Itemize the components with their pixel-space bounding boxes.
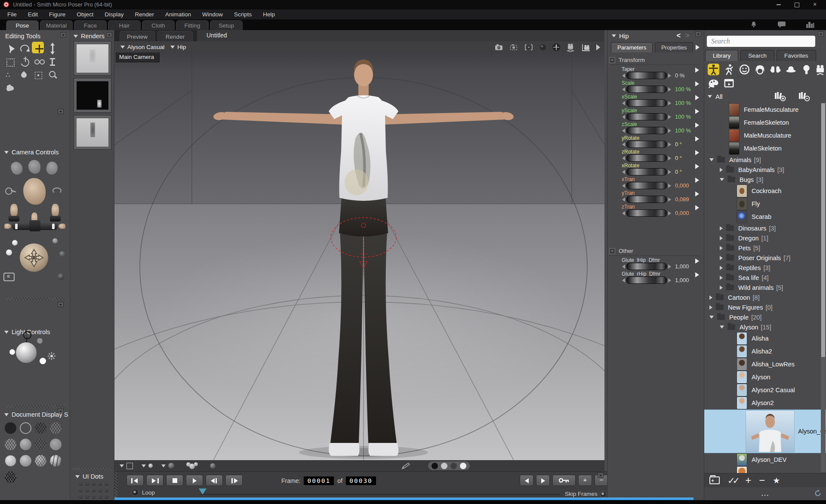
camera-dot-icon[interactable] xyxy=(52,238,58,243)
library-tree-row[interactable]: Alisha xyxy=(704,332,826,345)
camera-hand-left-icon[interactable] xyxy=(9,160,24,176)
shadow-color-swatch[interactable] xyxy=(450,463,457,469)
smooth-outlined-style-icon[interactable] xyxy=(3,452,18,469)
library-tree-row[interactable]: MaleMusculature xyxy=(704,129,826,142)
grouping-tool-icon[interactable] xyxy=(3,82,18,95)
dropdown-triangle-icon[interactable] xyxy=(120,464,124,467)
current-frame-field[interactable]: 00001 xyxy=(304,476,334,485)
lit-wireframe-style-icon[interactable] xyxy=(48,420,63,436)
dial-value[interactable]: 100 % xyxy=(675,100,697,106)
edit-keyframes-button[interactable] xyxy=(552,475,576,486)
menu-item[interactable]: Object xyxy=(71,11,99,18)
library-scrollbar[interactable] xyxy=(821,103,826,472)
menu-item[interactable]: Window xyxy=(197,11,228,18)
scale-tool-icon[interactable] xyxy=(3,55,18,68)
library-tree-row[interactable]: Reptiles [3] xyxy=(704,263,826,273)
light-dot-icon[interactable] xyxy=(37,338,43,344)
add-keyframe-button[interactable]: + xyxy=(578,475,592,486)
room-tab[interactable]: Material xyxy=(40,20,73,30)
panel-divider[interactable] xyxy=(73,468,111,470)
library-tree-row[interactable]: Alisha2 xyxy=(704,345,826,358)
library-tab[interactable]: Favorites xyxy=(777,50,816,61)
document-tab[interactable]: Untitled xyxy=(197,30,604,41)
room-tab[interactable]: Setup xyxy=(210,20,243,30)
parameter-dial[interactable] xyxy=(626,209,667,217)
light-dot-icon[interactable] xyxy=(40,358,46,364)
menu-item[interactable]: Animation xyxy=(160,11,197,18)
dial-increment-arrow[interactable] xyxy=(668,142,671,147)
dial-value[interactable]: 100 % xyxy=(675,127,697,134)
library-tree-row[interactable]: Dregon [1] xyxy=(704,233,826,243)
dial-increment-arrow[interactable] xyxy=(668,115,671,119)
dial-decrement-arrow[interactable] xyxy=(622,115,625,119)
library-root-header[interactable]: All xyxy=(708,93,723,100)
dial-menu-arrow-icon[interactable] xyxy=(695,123,699,128)
dial-menu-arrow-icon[interactable] xyxy=(695,272,699,277)
editing-tools-menu-button[interactable] xyxy=(60,32,66,37)
room-tab[interactable]: Face xyxy=(74,20,107,30)
favorites-star-icon[interactable]: ★ xyxy=(773,476,780,485)
dial-increment-arrow[interactable] xyxy=(668,156,671,160)
dial-increment-arrow[interactable] xyxy=(668,170,671,174)
parameter-dial[interactable] xyxy=(626,196,667,203)
library-tree-row[interactable]: New Figures [0] xyxy=(704,302,826,312)
dial-increment-arrow[interactable] xyxy=(668,74,671,78)
dial-value[interactable]: 1,000 xyxy=(675,277,697,283)
dial-decrement-arrow[interactable] xyxy=(622,129,625,133)
search-icon[interactable] xyxy=(816,38,823,44)
twist-tool-icon[interactable] xyxy=(18,55,32,68)
library-tree-row[interactable]: MaleSkeleton xyxy=(704,142,826,155)
taper-tool-icon[interactable] xyxy=(46,55,60,68)
stop-button[interactable] xyxy=(166,475,183,486)
dial-decrement-arrow[interactable] xyxy=(622,211,625,215)
dial-menu-arrow-icon[interactable] xyxy=(695,205,699,210)
collapse-box-icon[interactable]: − xyxy=(609,248,615,254)
camera-controls-header[interactable]: Camera Controls xyxy=(4,149,59,156)
dial-value[interactable]: 0,000 xyxy=(675,182,697,189)
menu-item[interactable]: Render xyxy=(129,11,160,18)
add-folder-icon[interactable] xyxy=(709,476,720,484)
library-tree-row[interactable]: Scarab xyxy=(704,210,826,223)
dial-decrement-arrow[interactable] xyxy=(622,87,625,92)
library-tree-row[interactable]: Animals [9] xyxy=(704,155,826,165)
remove-library-icon[interactable] xyxy=(798,91,811,101)
smooth-shaded-style-icon[interactable] xyxy=(18,452,33,469)
hemisphere-figure-icon[interactable] xyxy=(552,43,561,52)
lights-category-icon[interactable] xyxy=(801,64,812,75)
tree-twisty-icon[interactable] xyxy=(720,226,723,230)
tree-twisty-icon[interactable] xyxy=(709,158,714,161)
dial-increment-arrow[interactable] xyxy=(668,197,671,202)
library-tree-row[interactable]: BabyAnimals [3] xyxy=(704,165,826,175)
dial-increment-arrow[interactable] xyxy=(668,101,671,105)
direct-manipulation-tool-icon[interactable] xyxy=(32,69,46,82)
step-back-button[interactable] xyxy=(206,475,223,486)
scrollbar-thumb[interactable] xyxy=(821,103,825,357)
transform-group-header[interactable]: − Transform xyxy=(609,57,700,65)
step-forward-button[interactable] xyxy=(225,475,243,486)
dial-menu-arrow-icon[interactable] xyxy=(695,191,699,197)
menu-item[interactable]: Figure xyxy=(43,11,71,18)
parameter-dial[interactable] xyxy=(626,168,667,175)
animation-menu-button[interactable] xyxy=(598,473,604,478)
dial-value[interactable]: 0 ° xyxy=(675,169,697,175)
library-tree-row[interactable]: Poser Originals [7] xyxy=(704,253,826,263)
search-input[interactable] xyxy=(707,36,815,47)
ui-dot[interactable] xyxy=(85,495,89,499)
dial-decrement-arrow[interactable] xyxy=(622,184,625,188)
dial-decrement-arrow[interactable] xyxy=(622,156,625,160)
dial-value[interactable]: 0 ° xyxy=(675,141,697,148)
library-tree-row[interactable]: People [20] xyxy=(704,312,826,322)
tree-twisty-icon[interactable] xyxy=(709,295,712,300)
tree-twisty-icon[interactable] xyxy=(720,276,723,280)
library-tree-row[interactable]: FemaleMusculature xyxy=(704,103,826,116)
cartoon-style-icon[interactable] xyxy=(48,436,63,452)
dial-increment-arrow[interactable] xyxy=(668,87,671,92)
add-library-icon[interactable] xyxy=(774,91,786,101)
tab-preview[interactable]: Preview xyxy=(120,31,155,41)
room-tab[interactable]: Pose xyxy=(6,20,39,30)
tab-overflow-arrow-icon[interactable] xyxy=(696,45,700,50)
camera-dot-icon[interactable] xyxy=(59,251,65,257)
play-button[interactable] xyxy=(186,475,203,486)
left-pointer-hand-icon[interactable] xyxy=(4,224,11,229)
camera-trackball[interactable] xyxy=(20,243,48,272)
